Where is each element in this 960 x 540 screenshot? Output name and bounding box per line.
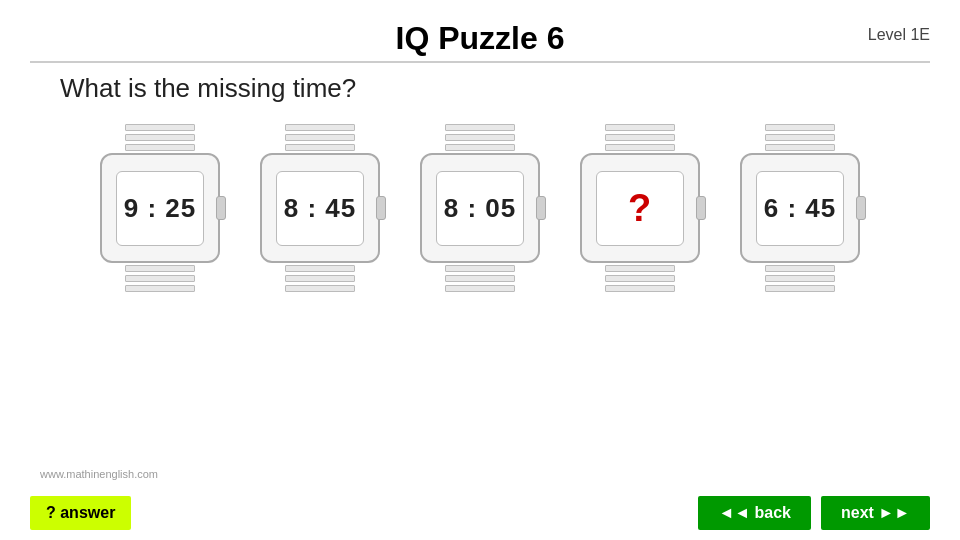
header: IQ Puzzle 6 Level 1E xyxy=(30,8,930,63)
watch-body-2: 8 : 45 xyxy=(260,153,380,263)
watch-4: ? xyxy=(570,124,710,292)
stripe xyxy=(285,124,355,131)
stripe xyxy=(445,265,515,272)
stripe xyxy=(125,265,195,272)
watch-time-1: 9 : 25 xyxy=(124,193,197,224)
next-button[interactable]: next ►► xyxy=(821,496,930,530)
watch-5: 6 : 45 xyxy=(730,124,870,292)
back-button[interactable]: ◄◄ back xyxy=(698,496,811,530)
watch-body-1: 9 : 25 xyxy=(100,153,220,263)
bottom-bar: ? answer ◄◄ back next ►► xyxy=(0,496,960,530)
band-top-2 xyxy=(285,124,355,151)
watch-screen-2: 8 : 45 xyxy=(276,171,364,246)
band-top-5 xyxy=(765,124,835,151)
watch-time-3: 8 : 05 xyxy=(444,193,517,224)
stripe xyxy=(605,265,675,272)
stripe xyxy=(765,285,835,292)
watch-1: 9 : 25 xyxy=(90,124,230,292)
watch-2: 8 : 45 xyxy=(250,124,390,292)
stripe xyxy=(445,275,515,282)
watch-screen-1: 9 : 25 xyxy=(116,171,204,246)
stripe xyxy=(605,144,675,151)
watch-body-4: ? xyxy=(580,153,700,263)
stripe xyxy=(125,124,195,131)
stripe xyxy=(445,124,515,131)
watches-container: 9 : 25 8 : 45 xyxy=(0,124,960,292)
band-bottom-5 xyxy=(765,265,835,292)
stripe xyxy=(765,124,835,131)
stripe xyxy=(765,144,835,151)
stripe xyxy=(125,275,195,282)
level-badge: Level 1E xyxy=(868,26,930,44)
band-top-4 xyxy=(605,124,675,151)
nav-buttons: ◄◄ back next ►► xyxy=(698,496,930,530)
stripe xyxy=(285,134,355,141)
stripe xyxy=(285,265,355,272)
stripe xyxy=(605,275,675,282)
stripe xyxy=(285,144,355,151)
watermark: www.mathinenglish.com xyxy=(40,468,158,480)
stripe xyxy=(285,275,355,282)
watch-time-4: ? xyxy=(628,187,652,230)
watch-screen-3: 8 : 05 xyxy=(436,171,524,246)
stripe xyxy=(285,285,355,292)
stripe xyxy=(445,144,515,151)
watch-screen-4: ? xyxy=(596,171,684,246)
stripe xyxy=(765,134,835,141)
band-bottom-1 xyxy=(125,265,195,292)
watch-body-5: 6 : 45 xyxy=(740,153,860,263)
watch-time-2: 8 : 45 xyxy=(284,193,357,224)
stripe xyxy=(765,275,835,282)
stripe xyxy=(605,134,675,141)
band-bottom-2 xyxy=(285,265,355,292)
stripe xyxy=(445,285,515,292)
watch-3: 8 : 05 xyxy=(410,124,550,292)
stripe xyxy=(605,285,675,292)
stripe xyxy=(445,134,515,141)
band-top-3 xyxy=(445,124,515,151)
band-bottom-4 xyxy=(605,265,675,292)
watch-screen-5: 6 : 45 xyxy=(756,171,844,246)
watch-body-3: 8 : 05 xyxy=(420,153,540,263)
stripe xyxy=(125,144,195,151)
watch-time-5: 6 : 45 xyxy=(764,193,837,224)
stripe xyxy=(605,124,675,131)
band-top-1 xyxy=(125,124,195,151)
answer-button[interactable]: ? answer xyxy=(30,496,131,530)
subtitle: What is the missing time? xyxy=(0,63,960,104)
stripe xyxy=(125,285,195,292)
page-title: IQ Puzzle 6 xyxy=(396,20,565,57)
band-bottom-3 xyxy=(445,265,515,292)
stripe xyxy=(125,134,195,141)
stripe xyxy=(765,265,835,272)
